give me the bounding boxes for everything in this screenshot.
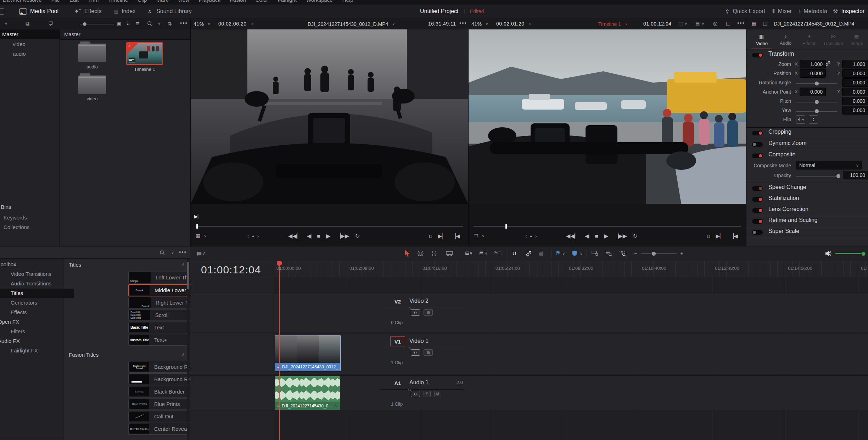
transform-overlay-icon[interactable]: ▢	[726, 21, 730, 26]
mute-button[interactable]: M	[434, 391, 441, 397]
menu-help[interactable]: Help	[342, 0, 353, 3]
lens-correction-toggle[interactable]	[752, 208, 763, 213]
fusion-title-blue-prints[interactable]: Blue Prints Blue Prints	[128, 398, 190, 410]
track-v2-id[interactable]: V2	[390, 296, 405, 306]
menu-playback[interactable]: Playback	[199, 0, 220, 3]
source-options-icon[interactable]: •••	[459, 20, 467, 26]
inspector-media-icon[interactable]: ▦	[751, 21, 756, 26]
position-y-input[interactable]: 0.000	[842, 69, 868, 78]
timeline-zoom-select[interactable]: 41%∨	[471, 18, 488, 29]
timeline-zoom-slider[interactable]	[641, 253, 677, 254]
dynamic-zoom-toggle[interactable]	[752, 142, 763, 147]
sidebar-item-fairlightfx[interactable]: Fairlight FX	[0, 346, 74, 355]
fusion-title-call-out[interactable]: Call Out	[128, 411, 190, 422]
track-a1-name[interactable]: Audio 1	[409, 379, 429, 386]
list-view-icon[interactable]: ≣	[136, 21, 140, 26]
smart-bins-item[interactable]: Smart Bins	[0, 202, 60, 212]
cropping-toggle[interactable]	[752, 131, 763, 135]
go-last-frame-button[interactable]: ▕▶▶	[614, 233, 627, 239]
fusion-title-background-reveal[interactable]: Background Reveal Background Reveal	[128, 361, 190, 373]
composite-section[interactable]: Composite	[768, 151, 795, 158]
index-button[interactable]: ≣ Index	[109, 5, 141, 18]
goto-out-icon[interactable]: ▕◀	[730, 233, 738, 239]
replace-clip-button[interactable]: ⟳▢	[493, 250, 502, 256]
auto-select-icon[interactable]: ⟨⟩	[411, 391, 420, 397]
effects-options-icon[interactable]: •••	[179, 249, 187, 255]
source-clip-mode[interactable]: ▦∨	[196, 233, 207, 239]
tab-video[interactable]: ▥Video	[750, 33, 774, 46]
bin-video[interactable]: video	[0, 39, 60, 49]
tab-audio[interactable]: ♪Audio	[774, 33, 797, 46]
track-v1[interactable]: V1 Video 1 ⟨⟩ ▤ 1 Clip ∞	[190, 334, 868, 374]
timeline-ruler[interactable]: 01:00:00:00 01:02:08:00 01:04:16:00 01:0…	[274, 261, 868, 277]
goto-out-icon[interactable]: ▕◀	[452, 233, 460, 239]
sidebar-item-toolbox[interactable]: Toolbox	[0, 260, 63, 269]
pitch-input[interactable]: 0.000	[842, 97, 868, 105]
fusion-titles-collapse-icon[interactable]: ∧	[182, 352, 185, 357]
menu-file[interactable]: File	[51, 0, 60, 3]
media-item-timeline1[interactable]: ✓ Timeline 1	[126, 42, 163, 71]
bin-chevron-icon[interactable]: ∨	[5, 21, 7, 26]
usage-comment-icon[interactable]: 🗩	[48, 21, 54, 27]
menu-edit[interactable]: Edit	[69, 0, 79, 3]
source-clip-select[interactable]: DJI_20241227145430_0012_D.MP4∨	[308, 18, 395, 29]
titles-scrollbar[interactable]	[187, 259, 190, 440]
timeline-select[interactable]: Timeline 1∨	[598, 18, 628, 29]
viewer-options-icon[interactable]: •••	[737, 20, 745, 26]
timeline-options-icon[interactable]: ▤✓	[197, 250, 206, 257]
effects-button[interactable]: ✦˚ Effects	[69, 5, 107, 18]
sidebar-item-video-transitions[interactable]: Video Transitions	[0, 269, 74, 279]
speed-change-toggle[interactable]	[752, 186, 763, 191]
match-frame-icon[interactable]: ⧈	[429, 233, 432, 239]
goto-in-icon[interactable]: ▶▏	[716, 233, 724, 239]
timeline-scrub-playhead[interactable]	[505, 224, 507, 229]
inspector-button[interactable]: ⚒ Inspector	[831, 5, 867, 18]
position-lock-button[interactable]	[539, 251, 543, 256]
retime-scaling-toggle[interactable]	[752, 219, 763, 224]
solo-button[interactable]: S	[424, 391, 431, 397]
rotation-input[interactable]: 0.000	[842, 78, 868, 87]
thumbnail-view-icon[interactable]: ⠿	[127, 21, 130, 26]
menu-mark[interactable]: Mark	[156, 0, 168, 3]
media-pool-button[interactable]: Media Pool	[14, 5, 63, 18]
razor-edit-mode-button[interactable]	[446, 250, 453, 257]
effects-search-chevron[interactable]: ∨	[171, 250, 174, 255]
play-reverse-button[interactable]: ◀	[585, 233, 589, 239]
sidebar-item-audiofx[interactable]: Audio FX	[0, 336, 63, 346]
composite-toggle[interactable]	[752, 154, 763, 158]
yaw-input[interactable]: 0.000	[842, 106, 868, 115]
tab-effects[interactable]: ✦Effects	[797, 33, 821, 46]
sidebar-item-filters[interactable]: Filters	[0, 327, 74, 336]
transform-toggle[interactable]	[752, 53, 763, 57]
unlink-bins-icon[interactable]: ⧉	[26, 21, 29, 27]
stop-button[interactable]: ■	[317, 233, 320, 239]
fusion-title-background-reveal-lower-third[interactable]: Background Reveal Lower Third	[128, 373, 190, 385]
timeline-volume-slider[interactable]	[835, 253, 866, 254]
menu-workspace[interactable]: Workspace	[306, 0, 333, 3]
snapping-magnet-button[interactable]: ∪	[512, 250, 516, 257]
timeline-video-frame[interactable]	[469, 29, 746, 204]
play-button[interactable]: ▶	[326, 233, 330, 239]
go-last-frame-button[interactable]: ▕▶▶	[336, 233, 349, 239]
link-clips-button[interactable]	[526, 250, 532, 257]
link-xy-icon[interactable]	[825, 61, 831, 66]
source-scrubber[interactable]	[196, 226, 463, 227]
go-first-frame-button[interactable]: ◀◀▏	[566, 233, 579, 239]
title-left-lower-third[interactable]: Sample Left Lower Third	[128, 272, 190, 283]
menu-app[interactable]: DaVinci Resolve	[3, 0, 42, 3]
composite-mode-select[interactable]: Normal∨	[796, 161, 862, 169]
proxy-quality-icon[interactable]: ▤∨	[695, 21, 704, 26]
effects-search-icon[interactable]	[159, 250, 165, 256]
overwrite-clip-button[interactable]: ⬒↴	[479, 250, 487, 256]
sidebar-item-effects[interactable]: Effects	[0, 308, 74, 317]
title-scroll[interactable]: Scroll titleScroll titleScroll title Scr…	[128, 309, 190, 321]
opacity-slider[interactable]	[796, 176, 839, 177]
timeline-audio-icon[interactable]	[825, 250, 832, 257]
super-scale-toggle[interactable]	[752, 230, 763, 235]
speed-change-section[interactable]: Speed Change	[768, 184, 806, 190]
cropping-section[interactable]: Cropping	[768, 129, 791, 135]
keywords-item[interactable]: Keywords	[4, 213, 60, 222]
track-v2-name[interactable]: Video 2	[409, 298, 429, 304]
title-right-lower-third[interactable]: Sample Right Lower Third	[128, 297, 190, 308]
zoom-out-button[interactable]: −	[634, 250, 637, 256]
